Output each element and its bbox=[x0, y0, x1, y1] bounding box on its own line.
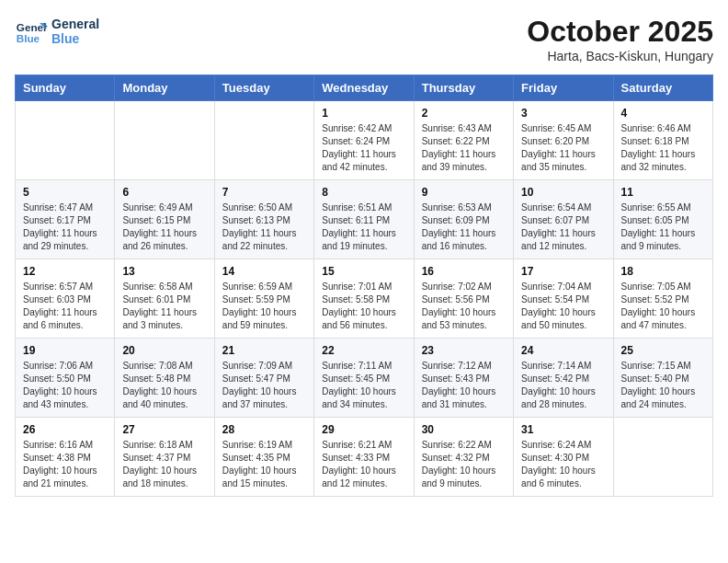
day-number: 26 bbox=[23, 423, 107, 436]
weekday-header-tuesday: Tuesday bbox=[214, 75, 313, 101]
calendar-cell: 21Sunrise: 7:09 AM Sunset: 5:47 PM Dayli… bbox=[214, 339, 313, 418]
day-number: 11 bbox=[621, 186, 705, 199]
calendar-cell: 4Sunrise: 6:46 AM Sunset: 6:18 PM Daylig… bbox=[613, 101, 712, 180]
calendar-cell: 29Sunrise: 6:21 AM Sunset: 4:33 PM Dayli… bbox=[314, 418, 414, 497]
day-number: 20 bbox=[122, 344, 206, 357]
day-info: Sunrise: 6:24 AM Sunset: 4:30 PM Dayligh… bbox=[521, 439, 605, 490]
logo-line1: General bbox=[51, 17, 99, 31]
weekday-header-sunday: Sunday bbox=[16, 75, 115, 101]
day-info: Sunrise: 6:22 AM Sunset: 4:32 PM Dayligh… bbox=[422, 439, 506, 490]
calendar-cell: 24Sunrise: 7:14 AM Sunset: 5:42 PM Dayli… bbox=[514, 339, 613, 418]
day-info: Sunrise: 7:12 AM Sunset: 5:43 PM Dayligh… bbox=[422, 360, 506, 411]
day-number: 8 bbox=[322, 186, 405, 199]
day-info: Sunrise: 6:50 AM Sunset: 6:13 PM Dayligh… bbox=[222, 201, 306, 253]
page-header: General Blue General Blue October 2025 H… bbox=[15, 15, 713, 63]
logo-icon: General Blue bbox=[15, 15, 48, 48]
day-info: Sunrise: 6:55 AM Sunset: 6:05 PM Dayligh… bbox=[621, 201, 705, 253]
day-number: 15 bbox=[322, 265, 405, 278]
calendar-cell: 26Sunrise: 6:16 AM Sunset: 4:38 PM Dayli… bbox=[16, 418, 115, 497]
day-info: Sunrise: 7:04 AM Sunset: 5:54 PM Dayligh… bbox=[521, 281, 605, 332]
day-number: 9 bbox=[422, 186, 506, 199]
calendar-cell: 12Sunrise: 6:57 AM Sunset: 6:03 PM Dayli… bbox=[16, 259, 115, 339]
month-title: October 2025 bbox=[527, 15, 713, 49]
day-number: 29 bbox=[322, 423, 405, 436]
day-number: 10 bbox=[521, 186, 605, 199]
day-number: 18 bbox=[621, 265, 705, 278]
day-info: Sunrise: 6:59 AM Sunset: 5:59 PM Dayligh… bbox=[222, 281, 306, 332]
logo: General Blue General Blue bbox=[15, 15, 99, 48]
day-info: Sunrise: 6:47 AM Sunset: 6:17 PM Dayligh… bbox=[23, 201, 107, 253]
day-number: 13 bbox=[122, 265, 206, 278]
day-info: Sunrise: 7:02 AM Sunset: 5:56 PM Dayligh… bbox=[422, 281, 506, 332]
day-number: 27 bbox=[122, 423, 206, 436]
day-number: 31 bbox=[521, 423, 605, 436]
day-info: Sunrise: 7:06 AM Sunset: 5:50 PM Dayligh… bbox=[23, 360, 107, 411]
day-number: 3 bbox=[521, 107, 605, 120]
day-info: Sunrise: 7:05 AM Sunset: 5:52 PM Dayligh… bbox=[621, 281, 705, 332]
location-subtitle: Harta, Bacs-Kiskun, Hungary bbox=[527, 49, 713, 63]
title-block: October 2025 Harta, Bacs-Kiskun, Hungary bbox=[527, 15, 713, 63]
weekday-header-row: SundayMondayTuesdayWednesdayThursdayFrid… bbox=[16, 75, 713, 101]
calendar-cell: 18Sunrise: 7:05 AM Sunset: 5:52 PM Dayli… bbox=[613, 259, 712, 339]
day-info: Sunrise: 6:45 AM Sunset: 6:20 PM Dayligh… bbox=[521, 122, 605, 174]
calendar-week-4: 19Sunrise: 7:06 AM Sunset: 5:50 PM Dayli… bbox=[16, 339, 713, 418]
day-info: Sunrise: 6:43 AM Sunset: 6:22 PM Dayligh… bbox=[422, 122, 506, 174]
calendar-cell: 19Sunrise: 7:06 AM Sunset: 5:50 PM Dayli… bbox=[16, 339, 115, 418]
day-info: Sunrise: 6:51 AM Sunset: 6:11 PM Dayligh… bbox=[322, 201, 405, 253]
day-number: 23 bbox=[422, 344, 506, 357]
day-number: 16 bbox=[422, 265, 506, 278]
day-info: Sunrise: 6:46 AM Sunset: 6:18 PM Dayligh… bbox=[621, 122, 705, 174]
day-number: 28 bbox=[222, 423, 306, 436]
calendar-cell: 11Sunrise: 6:55 AM Sunset: 6:05 PM Dayli… bbox=[613, 180, 712, 259]
weekday-header-wednesday: Wednesday bbox=[314, 75, 414, 101]
day-info: Sunrise: 6:21 AM Sunset: 4:33 PM Dayligh… bbox=[322, 439, 405, 490]
day-number: 19 bbox=[23, 344, 107, 357]
day-number: 21 bbox=[222, 344, 306, 357]
day-number: 17 bbox=[521, 265, 605, 278]
calendar-cell: 10Sunrise: 6:54 AM Sunset: 6:07 PM Dayli… bbox=[514, 180, 613, 259]
day-info: Sunrise: 6:16 AM Sunset: 4:38 PM Dayligh… bbox=[23, 439, 107, 490]
day-number: 4 bbox=[621, 107, 705, 120]
calendar-cell: 13Sunrise: 6:58 AM Sunset: 6:01 PM Dayli… bbox=[115, 259, 214, 339]
day-info: Sunrise: 7:15 AM Sunset: 5:40 PM Dayligh… bbox=[621, 360, 705, 411]
day-info: Sunrise: 7:11 AM Sunset: 5:45 PM Dayligh… bbox=[322, 360, 405, 411]
day-number: 6 bbox=[122, 186, 206, 199]
calendar-cell bbox=[16, 101, 115, 180]
calendar-cell: 6Sunrise: 6:49 AM Sunset: 6:15 PM Daylig… bbox=[115, 180, 214, 259]
calendar-cell bbox=[613, 418, 712, 497]
weekday-header-friday: Friday bbox=[514, 75, 613, 101]
weekday-header-monday: Monday bbox=[115, 75, 214, 101]
day-info: Sunrise: 6:53 AM Sunset: 6:09 PM Dayligh… bbox=[422, 201, 506, 253]
calendar-week-3: 12Sunrise: 6:57 AM Sunset: 6:03 PM Dayli… bbox=[16, 259, 713, 339]
day-number: 1 bbox=[322, 107, 405, 120]
svg-text:Blue: Blue bbox=[17, 32, 40, 44]
calendar-cell: 9Sunrise: 6:53 AM Sunset: 6:09 PM Daylig… bbox=[414, 180, 513, 259]
day-number: 25 bbox=[621, 344, 705, 357]
day-number: 14 bbox=[222, 265, 306, 278]
day-info: Sunrise: 7:01 AM Sunset: 5:58 PM Dayligh… bbox=[322, 281, 405, 332]
calendar-week-5: 26Sunrise: 6:16 AM Sunset: 4:38 PM Dayli… bbox=[16, 418, 713, 497]
day-info: Sunrise: 7:09 AM Sunset: 5:47 PM Dayligh… bbox=[222, 360, 306, 411]
calendar-cell: 23Sunrise: 7:12 AM Sunset: 5:43 PM Dayli… bbox=[414, 339, 513, 418]
day-number: 2 bbox=[422, 107, 506, 120]
calendar-table: SundayMondayTuesdayWednesdayThursdayFrid… bbox=[15, 75, 713, 497]
calendar-cell: 27Sunrise: 6:18 AM Sunset: 4:37 PM Dayli… bbox=[115, 418, 214, 497]
logo-line2: Blue bbox=[51, 31, 99, 46]
day-info: Sunrise: 6:57 AM Sunset: 6:03 PM Dayligh… bbox=[23, 281, 107, 332]
calendar-cell: 14Sunrise: 6:59 AM Sunset: 5:59 PM Dayli… bbox=[214, 259, 313, 339]
day-info: Sunrise: 6:54 AM Sunset: 6:07 PM Dayligh… bbox=[521, 201, 605, 253]
calendar-cell: 25Sunrise: 7:15 AM Sunset: 5:40 PM Dayli… bbox=[613, 339, 712, 418]
calendar-cell: 3Sunrise: 6:45 AM Sunset: 6:20 PM Daylig… bbox=[514, 101, 613, 180]
day-number: 30 bbox=[422, 423, 506, 436]
calendar-cell bbox=[214, 101, 313, 180]
calendar-cell: 31Sunrise: 6:24 AM Sunset: 4:30 PM Dayli… bbox=[514, 418, 613, 497]
calendar-cell: 20Sunrise: 7:08 AM Sunset: 5:48 PM Dayli… bbox=[115, 339, 214, 418]
calendar-cell: 16Sunrise: 7:02 AM Sunset: 5:56 PM Dayli… bbox=[414, 259, 513, 339]
calendar-cell bbox=[115, 101, 214, 180]
calendar-cell: 17Sunrise: 7:04 AM Sunset: 5:54 PM Dayli… bbox=[514, 259, 613, 339]
calendar-week-1: 1Sunrise: 6:42 AM Sunset: 6:24 PM Daylig… bbox=[16, 101, 713, 180]
calendar-week-2: 5Sunrise: 6:47 AM Sunset: 6:17 PM Daylig… bbox=[16, 180, 713, 259]
day-number: 22 bbox=[322, 344, 405, 357]
day-number: 12 bbox=[23, 265, 107, 278]
day-info: Sunrise: 6:49 AM Sunset: 6:15 PM Dayligh… bbox=[122, 201, 206, 253]
